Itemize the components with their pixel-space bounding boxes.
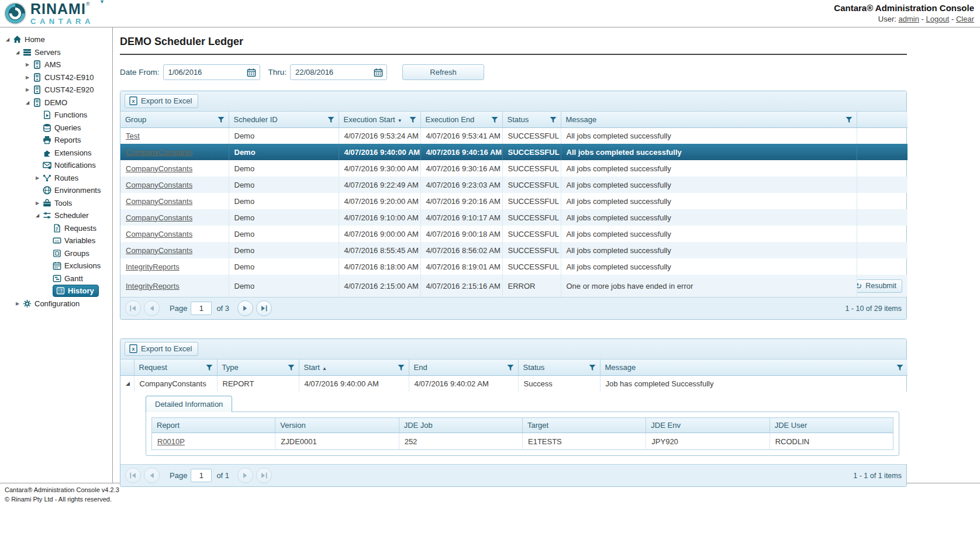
sidebar-item-tools[interactable]: ▶ Tools	[0, 197, 112, 210]
sidebar-item-cust42-e920[interactable]: ▶ CUST42-E920	[0, 84, 112, 96]
sidebar-item-scheduler[interactable]: ◢ Scheduler	[0, 209, 112, 222]
expand-arrow[interactable]: ▶	[23, 75, 32, 80]
collapse-detail-toggle[interactable]: ◢	[120, 375, 134, 392]
sidebar-item-variables[interactable]: (x) Variables	[0, 234, 112, 247]
sidebar-item-cust42-e910[interactable]: ▶ CUST42-E910	[0, 71, 112, 84]
sidebar-item-servers[interactable]: ◢ Servers	[0, 46, 112, 59]
filter-icon[interactable]	[206, 364, 213, 373]
report-link[interactable]: R0010P	[157, 437, 185, 446]
tab-detailed-information[interactable]: Detailed Information	[146, 396, 232, 412]
sidebar-item-requests[interactable]: Requests	[0, 222, 112, 235]
page-input[interactable]	[191, 302, 212, 315]
table-row[interactable]: CompanyConstants Demo 4/07/2016 9:30:00 …	[120, 160, 907, 177]
filter-icon[interactable]	[896, 364, 903, 373]
column-header-status[interactable]: Status	[502, 112, 561, 127]
collapse-arrow[interactable]: ◢	[23, 100, 32, 105]
pager-prev-button[interactable]	[144, 300, 160, 316]
export-to-excel-button[interactable]: x Export to Excel	[125, 94, 198, 108]
table-row[interactable]: CompanyConstants Demo 4/07/2016 9:00:00 …	[120, 226, 907, 242]
expand-arrow[interactable]: ▶	[33, 175, 42, 181]
sidebar-item-queries[interactable]: Queries	[0, 122, 112, 134]
column-header-execution-start[interactable]: Execution Start▼	[339, 112, 420, 127]
pager-prev-button[interactable]	[144, 468, 160, 483]
expand-arrow[interactable]: ▶	[13, 301, 22, 306]
column-header-message[interactable]: Message	[561, 112, 857, 127]
sidebar-item-demo[interactable]: ◢ DEMO	[0, 96, 112, 109]
column-header-scheduler-id[interactable]: Scheduler ID	[229, 112, 339, 127]
collapse-arrow[interactable]: ◢	[4, 37, 12, 42]
user-link[interactable]: admin	[899, 15, 919, 23]
sidebar-item-environments[interactable]: Environments	[0, 184, 112, 197]
collapse-arrow[interactable]: ◢	[13, 50, 22, 55]
column-header-target[interactable]: Target	[522, 418, 646, 433]
clear-link[interactable]: Clear	[956, 15, 974, 23]
sidebar-item-home[interactable]: ◢ Home	[0, 33, 112, 46]
table-row[interactable]: IntegrityReports Demo 4/07/2016 8:18:00 …	[120, 258, 907, 275]
date-from-calendar-button[interactable]	[243, 65, 260, 79]
group-link[interactable]: CompanyConstants	[126, 181, 192, 189]
column-header-execution-end[interactable]: Execution End	[420, 112, 502, 127]
group-link[interactable]: CompanyConstants	[126, 213, 192, 222]
filter-icon[interactable]	[846, 116, 853, 125]
filter-icon[interactable]	[398, 364, 405, 373]
column-header-version[interactable]: Version	[275, 418, 399, 433]
filter-icon[interactable]	[507, 364, 514, 373]
thru-calendar-button[interactable]	[370, 65, 387, 79]
filter-icon[interactable]	[550, 116, 557, 125]
sidebar-item-functions[interactable]: Functions	[0, 109, 112, 122]
group-link[interactable]: CompanyConstants	[126, 164, 192, 173]
filter-icon[interactable]	[491, 116, 498, 125]
expand-arrow[interactable]: ▶	[23, 62, 32, 67]
group-link[interactable]: CompanyConstants	[126, 230, 192, 238]
pager-next-button[interactable]	[237, 300, 253, 316]
column-header-status[interactable]: Status	[518, 359, 600, 375]
column-header-end[interactable]: End	[409, 359, 518, 375]
table-row[interactable]: Test Demo 4/07/2016 9:53:24 AM 4/07/2016…	[120, 127, 907, 144]
sidebar-item-configuration[interactable]: ▶ Configuration	[0, 298, 112, 310]
sidebar-item-history[interactable]: History	[0, 285, 112, 298]
table-row-master[interactable]: ◢ CompanyConstants REPORT 4/07/2016 9:40…	[120, 375, 907, 392]
sidebar-item-exclusions[interactable]: Exclusions	[0, 260, 112, 272]
export-to-excel-button[interactable]: x Export to Excel	[125, 342, 198, 356]
pager-first-button[interactable]	[125, 300, 141, 316]
collapse-arrow[interactable]: ◢	[33, 213, 42, 218]
group-link[interactable]: IntegrityReports	[126, 282, 180, 290]
expand-arrow[interactable]: ▶	[23, 87, 32, 92]
column-header-group[interactable]: Group	[120, 112, 229, 127]
sidebar-item-reports[interactable]: Reports	[0, 134, 112, 147]
filter-icon[interactable]	[288, 364, 295, 373]
refresh-button[interactable]: Refresh	[402, 64, 484, 80]
column-header-jde-job[interactable]: JDE Job	[399, 418, 522, 433]
group-link[interactable]: CompanyConstants	[126, 246, 192, 255]
column-header-jde-user[interactable]: JDE User	[769, 418, 893, 433]
group-link[interactable]: CompanyConstants	[126, 197, 192, 206]
expand-arrow[interactable]: ▶	[33, 200, 42, 206]
sidebar-item-routes[interactable]: ▶ Routes	[0, 172, 112, 185]
pager-last-button[interactable]	[256, 300, 272, 316]
table-row-error[interactable]: IntegrityReports Demo 4/07/2016 2:15:00 …	[120, 275, 907, 297]
table-row[interactable]: CompanyConstants Demo 4/07/2016 9:10:00 …	[120, 209, 907, 226]
sidebar-item-gantt[interactable]: Gantt	[0, 272, 112, 285]
column-header-type[interactable]: Type	[217, 359, 299, 375]
column-header-request[interactable]: Request	[134, 359, 217, 375]
column-header-message[interactable]: Message	[600, 359, 907, 375]
column-header-jde-env[interactable]: JDE Env	[646, 418, 769, 433]
sidebar-item-groups[interactable]: Groups	[0, 247, 112, 260]
table-row-selected[interactable]: CompanyConstants Demo 4/07/2016 9:40:00 …	[120, 144, 907, 160]
selected-item-highlight[interactable]: History	[53, 285, 99, 297]
page-input[interactable]	[191, 469, 212, 482]
pager-last-button[interactable]	[256, 468, 272, 483]
filter-icon[interactable]	[218, 116, 225, 125]
filter-icon[interactable]	[589, 364, 596, 373]
group-link[interactable]: IntegrityReports	[126, 262, 180, 271]
column-header-start[interactable]: Start▲	[299, 359, 409, 375]
sidebar-item-extensions[interactable]: Extensions	[0, 147, 112, 160]
group-link[interactable]: CompanyConstants	[126, 148, 192, 157]
sidebar-item-notifications[interactable]: Notifications	[0, 159, 112, 172]
resubmit-button[interactable]: ↻Resubmit	[857, 279, 902, 293]
table-row[interactable]: CompanyConstants Demo 4/07/2016 8:55:45 …	[120, 242, 907, 258]
group-link[interactable]: Test	[126, 132, 140, 140]
table-row[interactable]: CompanyConstants Demo 4/07/2016 9:20:00 …	[120, 193, 907, 209]
thru-input[interactable]	[291, 68, 370, 77]
sub-grid-row[interactable]: R0010P ZJDE0001 252 E1TESTS JPY920 RCODL…	[152, 433, 893, 450]
